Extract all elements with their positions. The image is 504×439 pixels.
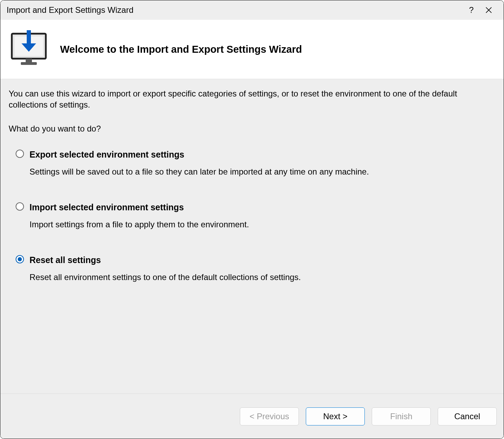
- option-export-title: Export selected environment settings: [30, 149, 495, 161]
- intro-text: You can use this wizard to import or exp…: [9, 88, 495, 111]
- help-button[interactable]: ?: [463, 0, 480, 20]
- option-import[interactable]: Import selected environment settings Imp…: [16, 202, 495, 230]
- finish-button: Finish: [372, 407, 431, 425]
- close-button[interactable]: [480, 0, 497, 20]
- option-reset-desc: Reset all environment settings to one of…: [30, 272, 495, 283]
- svg-rect-4: [26, 59, 32, 62]
- prompt-text: What do you want to do?: [9, 123, 495, 134]
- wizard-footer: < Previous Next > Finish Cancel: [0, 394, 504, 439]
- close-icon: [486, 7, 492, 13]
- option-import-title: Import selected environment settings: [30, 202, 495, 213]
- radio-import[interactable]: [16, 202, 24, 211]
- option-export[interactable]: Export selected environment settings Set…: [16, 149, 495, 177]
- cancel-button[interactable]: Cancel: [438, 407, 497, 425]
- previous-button: < Previous: [240, 407, 299, 425]
- options-group: Export selected environment settings Set…: [9, 149, 495, 283]
- wizard-icon: [5, 30, 53, 68]
- option-export-desc: Settings will be saved out to a file so …: [30, 166, 495, 177]
- window-title: Import and Export Settings Wizard: [7, 5, 463, 15]
- wizard-content: You can use this wizard to import or exp…: [0, 79, 504, 394]
- svg-rect-5: [21, 62, 37, 65]
- option-import-desc: Import settings from a file to apply the…: [30, 219, 495, 230]
- svg-rect-6: [27, 30, 31, 44]
- wizard-window: Import and Export Settings Wizard ?: [0, 0, 504, 439]
- radio-reset[interactable]: [16, 255, 24, 263]
- wizard-header: Welcome to the Import and Export Setting…: [0, 20, 504, 79]
- titlebar: Import and Export Settings Wizard ?: [0, 0, 504, 20]
- next-button[interactable]: Next >: [306, 407, 365, 425]
- radio-export[interactable]: [16, 150, 24, 158]
- help-icon: ?: [469, 5, 473, 15]
- option-reset[interactable]: Reset all settings Reset all environment…: [16, 254, 495, 283]
- option-reset-title: Reset all settings: [30, 254, 495, 266]
- import-monitor-icon: [10, 30, 48, 68]
- wizard-heading: Welcome to the Import and Export Setting…: [60, 44, 302, 55]
